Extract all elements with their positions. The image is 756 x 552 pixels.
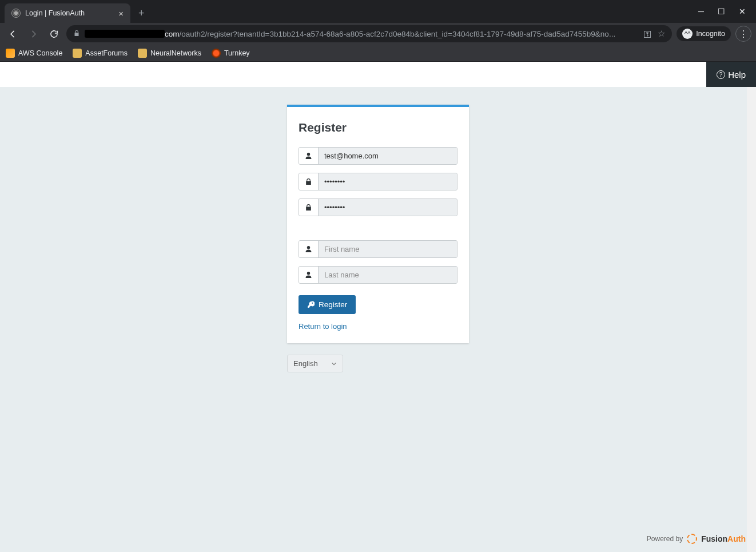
register-button[interactable]: Register xyxy=(299,295,356,314)
return-to-login-link[interactable]: Return to login xyxy=(299,322,457,331)
minimize-icon[interactable]: ─ xyxy=(698,7,704,16)
email-input[interactable] xyxy=(319,148,457,164)
lock-icon xyxy=(299,173,319,190)
lastname-field-wrap xyxy=(299,266,457,284)
bookmark-assetforums[interactable]: AssetForums xyxy=(73,49,128,58)
tab-favicon xyxy=(11,9,21,18)
saved-password-icon[interactable]: ⚿ xyxy=(643,29,652,39)
key-icon xyxy=(307,301,315,308)
forward-button[interactable] xyxy=(25,26,41,42)
maximize-icon[interactable]: ☐ xyxy=(718,7,725,16)
card-heading: Register xyxy=(299,121,457,134)
bookmark-star-icon[interactable]: ☆ xyxy=(658,29,665,39)
bookmark-neuralnetworks[interactable]: NeuralNetworks xyxy=(138,49,201,58)
reload-button[interactable] xyxy=(46,26,62,42)
powered-by: Powered by FusionAuth xyxy=(647,534,746,544)
url-text: com/oauth2/register?tenantId=3b1bb214-a5… xyxy=(85,30,639,38)
window-controls: ─ ☐ ✕ xyxy=(698,0,756,23)
lastname-input[interactable] xyxy=(319,267,457,283)
chevron-down-icon xyxy=(331,361,337,367)
lock-icon xyxy=(299,199,319,216)
bookmark-aws-console[interactable]: AWS Console xyxy=(6,49,62,58)
register-card: Register xyxy=(287,105,469,343)
browser-tab[interactable]: Login | FusionAuth × xyxy=(5,3,130,23)
chrome-menu-button[interactable]: ⋮ xyxy=(735,26,751,42)
password-input[interactable] xyxy=(319,173,457,190)
firstname-field-wrap xyxy=(299,240,457,258)
address-bar[interactable]: com/oauth2/register?tenantId=3b1bb214-a5… xyxy=(66,25,672,42)
confirm-password-input[interactable] xyxy=(319,199,457,216)
help-icon: ? xyxy=(717,70,725,79)
language-select[interactable]: English xyxy=(287,355,343,372)
folder-icon xyxy=(138,49,147,58)
close-tab-icon[interactable]: × xyxy=(118,9,124,18)
new-tab-button[interactable]: + xyxy=(130,7,150,23)
user-icon xyxy=(299,267,319,283)
page-viewport: ? Help Register xyxy=(0,62,756,552)
browser-toolbar: com/oauth2/register?tenantId=3b1bb214-a5… xyxy=(0,23,756,45)
bookmarks-bar: AWS Console AssetForums NeuralNetworks T… xyxy=(0,45,756,62)
lock-icon xyxy=(73,30,80,38)
incognito-badge[interactable]: ^^ Incognito xyxy=(677,26,731,41)
tab-title: Login | FusionAuth xyxy=(25,9,85,17)
user-icon xyxy=(299,241,319,257)
aws-icon xyxy=(6,49,15,58)
email-field-wrap xyxy=(299,147,457,165)
fusionauth-logo-icon xyxy=(687,534,697,544)
close-window-icon[interactable]: ✕ xyxy=(739,7,746,16)
folder-icon xyxy=(73,49,82,58)
fusionauth-wordmark: FusionAuth xyxy=(701,534,746,543)
turnkey-icon xyxy=(212,49,221,58)
user-icon xyxy=(299,148,319,164)
top-bar: ? Help xyxy=(0,62,756,87)
browser-titlebar: Login | FusionAuth × + ─ ☐ ✕ xyxy=(0,0,756,23)
password-field-wrap xyxy=(299,173,457,190)
help-button[interactable]: ? Help xyxy=(706,62,756,87)
confirm-password-field-wrap xyxy=(299,198,457,216)
back-button[interactable] xyxy=(5,26,21,42)
bookmark-turnkey[interactable]: Turnkey xyxy=(212,49,250,58)
incognito-icon: ^^ xyxy=(682,29,693,39)
firstname-input[interactable] xyxy=(319,241,457,257)
